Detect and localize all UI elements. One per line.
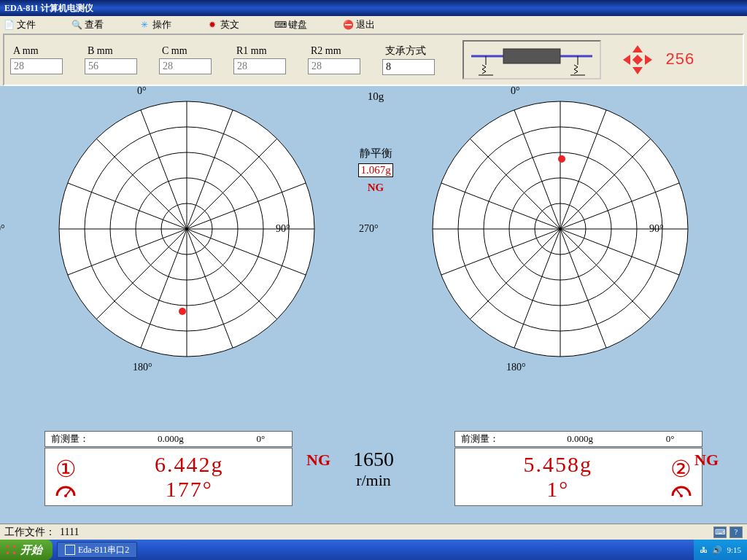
param-c-label: C mm [162,45,212,57]
left-prev-angle: 0° [235,433,286,445]
nav-arrows[interactable] [623,45,652,74]
param-support: 支承方式 [382,44,435,75]
windows-flag-icon [4,543,18,556]
tray-icon: 🖧 [700,545,708,554]
right-channel-num: ② [665,455,697,483]
file-icon: 📄 [3,19,15,31]
param-support-label: 支承方式 [385,44,435,58]
menu-english-label: 英文 [220,18,239,31]
left-weight: 6.442g [86,452,292,477]
left-ng-status: NG [306,451,330,470]
menu-keyboard-label: 键盘 [288,18,307,31]
svg-point-35 [680,494,683,497]
right-deg270: 270° [359,223,379,235]
start-button[interactable]: 开始 [0,540,53,560]
result-row: 前测量： 0.000g 0° ① 6.442g 177° 1650 r/min [0,431,747,506]
support-diagram [462,40,601,79]
menu-view-label: 查看 [85,18,104,31]
menu-file-label: 文件 [17,18,36,31]
right-prev-weight: 0.000g [516,433,645,445]
tray-icon: 🔊 [712,545,722,555]
center-info: 10g 静平衡 1.067g NG [339,90,412,194]
keyboard-icon: ⌨ [274,19,286,31]
left-prev-box: 前测量： 0.000g 0° [44,431,293,447]
rpm-unit: r/min [353,471,394,490]
left-point-marker [179,308,186,315]
left-prev-label: 前测量： [51,432,106,446]
param-r2: R2 mm [308,45,360,74]
rpm-display: 1650 r/min [353,448,394,490]
param-c: C mm [159,45,212,74]
param-r1-input[interactable] [233,58,286,74]
taskbar-app-label: Eda-811串口2 [78,544,129,556]
menu-view[interactable]: 🔍查看 [71,18,104,31]
static-balance-status: NG [339,182,412,194]
parameter-panel: A mm B mm C mm R1 mm R2 mm 支承方式 [3,34,744,86]
left-angle: 177° [86,477,292,502]
rpm-value: 1650 [353,448,394,471]
right-prev-label: 前测量： [461,432,516,446]
gauge-icon [53,483,79,499]
param-b-input[interactable] [85,58,137,74]
status-right-icons: ⌨ ? [713,526,743,538]
menu-keyboard[interactable]: ⌨键盘 [274,18,307,31]
svg-point-33 [64,494,67,497]
window-titlebar: EDA-811 计算机电测仪 [0,0,747,16]
right-weight: 5.458g [455,452,661,477]
right-prev-angle: 0° [645,433,696,445]
param-r2-input[interactable] [308,58,360,74]
start-label: 开始 [20,543,42,557]
right-angle: 1° [455,477,661,502]
diamond-icon [632,55,643,65]
work-file-label: 工作文件： [4,526,55,539]
arrow-down-icon [632,67,643,74]
param-r2-label: R2 mm [311,45,360,57]
system-tray[interactable]: 🖧 🔊 9:15 [694,540,747,560]
arrow-up-icon [632,45,643,52]
keyboard-indicator-icon[interactable]: ⌨ [713,526,727,538]
left-deg0: 0° [137,85,147,97]
left-channel-num: ① [50,455,82,483]
clock: 9:15 [727,545,741,554]
arrow-right-icon [645,55,652,65]
left-meas-box: ① 6.442g 177° [44,448,293,506]
right-deg180: 180° [506,362,526,373]
taskbar-app[interactable]: Eda-811串口2 [57,542,137,558]
menu-operate-label: 操作 [152,18,171,31]
param-b: B mm [85,45,137,74]
static-balance-label: 静平衡 [339,147,412,160]
status-bar: 工作文件： 1111 ⌨ ? [0,524,747,540]
right-result: 前测量： 0.000g 0° ② 5.458g 1° [454,431,703,506]
menu-file[interactable]: 📄文件 [3,18,36,31]
left-deg90: 90° [276,223,290,235]
gauge-icon [668,483,694,499]
menu-english[interactable]: ✹英文 [206,18,239,31]
param-a: A mm [10,45,63,74]
menu-exit-label: 退出 [356,18,375,31]
static-balance-value: 1.067g [358,163,392,177]
param-a-input[interactable] [10,58,63,74]
nav-count: 256 [665,51,694,69]
param-c-input[interactable] [159,58,212,74]
right-deg0: 0° [511,85,520,97]
right-prev-box: 前测量： 0.000g 0° [454,431,703,447]
taskbar: 开始 Eda-811串口2 🖧 🔊 9:15 [0,540,747,560]
work-file-name: 1111 [60,526,79,538]
right-meas-box: ② 5.458g 1° [454,448,703,506]
param-r1: R1 mm [233,45,286,74]
help-indicator-icon[interactable]: ? [729,526,743,538]
param-support-input[interactable] [382,59,435,75]
param-b-label: B mm [88,45,137,57]
main-area: 0° 90° 180° 270° 0° 90° 180° 270° 10g 静平… [0,86,747,524]
param-r1-label: R1 mm [236,45,286,57]
menu-exit[interactable]: ⛔退出 [342,18,375,31]
left-deg180: 180° [133,362,152,373]
exit-icon: ⛔ [342,19,354,31]
app-icon [65,545,75,555]
menu-operate[interactable]: ✳操作 [139,18,171,31]
arrow-left-icon [623,55,630,65]
left-deg270: 270° [0,223,5,235]
scale-max: 10g [339,90,412,103]
menubar: 📄文件 🔍查看 ✳操作 ✹英文 ⌨键盘 ⛔退出 [0,16,747,34]
right-ng-status: NG [694,451,719,470]
